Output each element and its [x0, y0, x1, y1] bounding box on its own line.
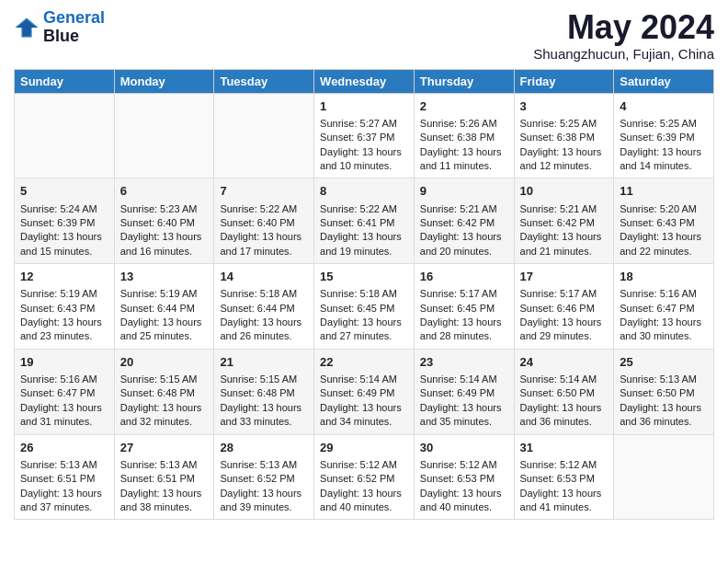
cell-info: Sunrise: 5:13 AM [220, 458, 308, 472]
cell-info: Sunrise: 5:19 AM [120, 287, 209, 301]
calendar-cell: 8Sunrise: 5:22 AMSunset: 6:41 PMDaylight… [314, 178, 415, 264]
cell-info: Daylight: 13 hours and 20 minutes. [420, 230, 508, 259]
calendar-cell: 15Sunrise: 5:18 AMSunset: 6:45 PMDayligh… [314, 264, 415, 350]
cell-info: Daylight: 13 hours and 32 minutes. [120, 401, 209, 430]
cell-info: Daylight: 13 hours and 17 minutes. [220, 230, 308, 259]
day-number: 13 [120, 269, 209, 285]
cell-info: Daylight: 13 hours and 12 minutes. [520, 145, 609, 174]
cell-info: Daylight: 13 hours and 28 minutes. [420, 316, 508, 344]
cell-info: Daylight: 13 hours and 39 minutes. [220, 487, 308, 515]
cell-info: Sunrise: 5:19 AM [20, 287, 108, 301]
cell-info: Sunset: 6:48 PM [220, 386, 308, 400]
cell-info: Sunset: 6:47 PM [620, 302, 708, 316]
logo-line1: General [43, 8, 105, 27]
header-cell-tuesday: Tuesday [214, 69, 314, 93]
page-header: General Blue May 2024 Shuangzhucun, Fuji… [14, 9, 714, 62]
cell-info: Daylight: 13 hours and 30 minutes. [620, 316, 708, 344]
day-number: 21 [220, 354, 308, 371]
cell-info: Sunrise: 5:21 AM [520, 202, 609, 216]
calendar-cell: 9Sunrise: 5:21 AMSunset: 6:42 PMDaylight… [414, 178, 514, 264]
cell-info: Sunset: 6:52 PM [320, 472, 408, 486]
cell-info: Sunset: 6:42 PM [420, 216, 508, 230]
cell-info: Daylight: 13 hours and 34 minutes. [320, 401, 408, 430]
cell-info: Sunset: 6:51 PM [20, 472, 108, 486]
cell-info: Sunrise: 5:25 AM [620, 117, 708, 131]
cell-info: Daylight: 13 hours and 40 minutes. [420, 487, 508, 515]
day-number: 4 [620, 98, 708, 115]
cell-info: Sunset: 6:37 PM [320, 131, 408, 144]
week-row-3: 12Sunrise: 5:19 AMSunset: 6:43 PMDayligh… [15, 264, 714, 350]
calendar-cell: 2Sunrise: 5:26 AMSunset: 6:38 PMDaylight… [414, 93, 514, 178]
calendar-cell: 11Sunrise: 5:20 AMSunset: 6:43 PMDayligh… [614, 178, 714, 264]
cell-info: Daylight: 13 hours and 16 minutes. [120, 230, 209, 259]
calendar-cell: 30Sunrise: 5:12 AMSunset: 6:53 PMDayligh… [414, 434, 514, 520]
calendar-cell: 27Sunrise: 5:13 AMSunset: 6:51 PMDayligh… [114, 434, 214, 520]
calendar-cell: 21Sunrise: 5:15 AMSunset: 6:48 PMDayligh… [214, 349, 314, 434]
cell-info: Sunset: 6:48 PM [120, 386, 209, 400]
day-number: 20 [120, 354, 209, 371]
calendar-cell: 29Sunrise: 5:12 AMSunset: 6:52 PMDayligh… [314, 434, 415, 520]
cell-info: Sunset: 6:39 PM [620, 131, 708, 144]
calendar-cell: 1Sunrise: 5:27 AMSunset: 6:37 PMDaylight… [314, 93, 415, 178]
cell-info: Sunset: 6:45 PM [420, 302, 508, 316]
header-cell-monday: Monday [114, 69, 214, 93]
calendar-cell [114, 93, 214, 178]
cell-info: Daylight: 13 hours and 29 minutes. [520, 316, 609, 344]
calendar-cell: 19Sunrise: 5:16 AMSunset: 6:47 PMDayligh… [15, 349, 115, 434]
cell-info: Sunset: 6:40 PM [220, 216, 308, 230]
calendar-cell: 13Sunrise: 5:19 AMSunset: 6:44 PMDayligh… [114, 264, 214, 350]
cell-info: Sunrise: 5:13 AM [120, 458, 209, 472]
cell-info: Sunset: 6:41 PM [320, 216, 408, 230]
header-cell-friday: Friday [514, 69, 614, 93]
day-number: 18 [620, 269, 708, 285]
title-block: May 2024 Shuangzhucun, Fujian, China [533, 9, 714, 62]
day-number: 15 [320, 269, 408, 285]
logo-text: General Blue [43, 9, 105, 46]
calendar-cell: 17Sunrise: 5:17 AMSunset: 6:46 PMDayligh… [514, 264, 614, 350]
calendar-cell: 10Sunrise: 5:21 AMSunset: 6:42 PMDayligh… [514, 178, 614, 264]
cell-info: Daylight: 13 hours and 26 minutes. [220, 316, 308, 344]
cell-info: Sunset: 6:50 PM [620, 386, 708, 400]
subtitle: Shuangzhucun, Fujian, China [533, 46, 714, 62]
cell-info: Sunset: 6:52 PM [220, 472, 308, 486]
day-number: 1 [320, 98, 408, 115]
calendar-cell: 5Sunrise: 5:24 AMSunset: 6:39 PMDaylight… [15, 178, 115, 264]
calendar-cell: 14Sunrise: 5:18 AMSunset: 6:44 PMDayligh… [214, 264, 314, 350]
cell-info: Daylight: 13 hours and 19 minutes. [320, 230, 408, 259]
logo-line2: Blue [43, 28, 105, 46]
calendar-cell [214, 93, 314, 178]
day-number: 11 [620, 183, 708, 200]
cell-info: Sunrise: 5:17 AM [420, 287, 508, 301]
cell-info: Sunset: 6:49 PM [420, 386, 508, 400]
cell-info: Daylight: 13 hours and 35 minutes. [420, 401, 508, 430]
cell-info: Sunset: 6:44 PM [220, 302, 308, 316]
cell-info: Sunrise: 5:14 AM [520, 373, 609, 386]
cell-info: Sunset: 6:49 PM [320, 386, 408, 400]
svg-marker-1 [17, 19, 37, 35]
cell-info: Sunset: 6:43 PM [620, 216, 708, 230]
cell-info: Daylight: 13 hours and 14 minutes. [620, 145, 708, 174]
day-number: 28 [220, 440, 308, 456]
cell-info: Sunrise: 5:20 AM [620, 202, 708, 216]
cell-info: Sunset: 6:38 PM [420, 131, 508, 144]
cell-info: Sunset: 6:38 PM [520, 131, 609, 144]
cell-info: Sunrise: 5:27 AM [320, 117, 408, 131]
day-number: 23 [420, 354, 508, 371]
calendar-cell [15, 93, 115, 178]
cell-info: Daylight: 13 hours and 25 minutes. [120, 316, 209, 344]
cell-info: Sunrise: 5:23 AM [120, 202, 209, 216]
cell-info: Sunrise: 5:18 AM [320, 287, 408, 301]
day-number: 9 [420, 183, 508, 200]
cell-info: Sunrise: 5:12 AM [420, 458, 508, 472]
calendar-cell: 22Sunrise: 5:14 AMSunset: 6:49 PMDayligh… [314, 349, 415, 434]
calendar-cell: 7Sunrise: 5:22 AMSunset: 6:40 PMDaylight… [214, 178, 314, 264]
cell-info: Daylight: 13 hours and 21 minutes. [520, 230, 609, 259]
cell-info: Sunset: 6:43 PM [20, 302, 108, 316]
cell-info: Daylight: 13 hours and 23 minutes. [20, 316, 108, 344]
week-row-5: 26Sunrise: 5:13 AMSunset: 6:51 PMDayligh… [15, 434, 714, 520]
calendar-cell: 12Sunrise: 5:19 AMSunset: 6:43 PMDayligh… [15, 264, 115, 350]
cell-info: Sunrise: 5:12 AM [320, 458, 408, 472]
cell-info: Sunrise: 5:21 AM [420, 202, 508, 216]
calendar-cell: 23Sunrise: 5:14 AMSunset: 6:49 PMDayligh… [414, 349, 514, 434]
calendar-body: 1Sunrise: 5:27 AMSunset: 6:37 PMDaylight… [15, 93, 714, 520]
